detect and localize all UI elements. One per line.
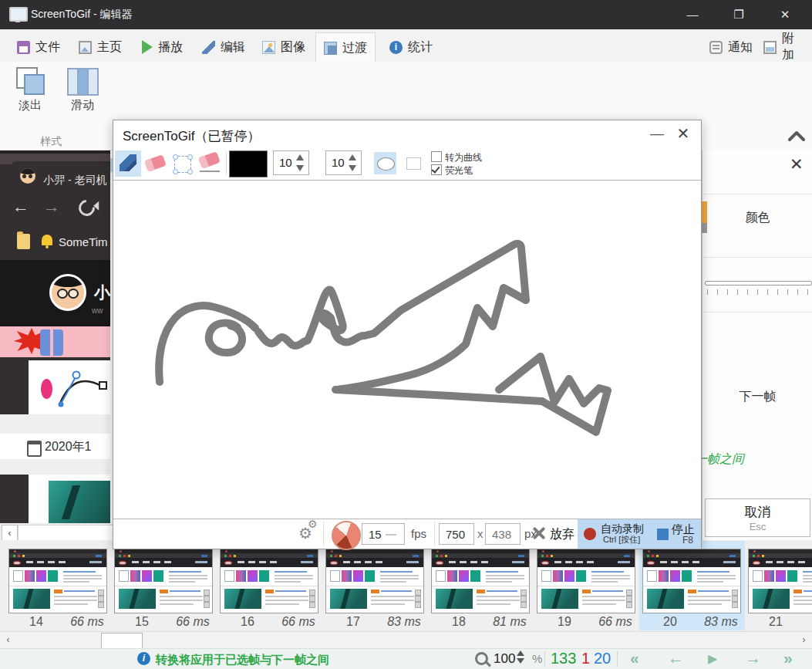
frame-cell[interactable]: 15 66 ms [111, 541, 217, 630]
pencil-tool-button[interactable] [115, 150, 141, 177]
settings-gear-icon[interactable]: ⚙ [298, 524, 312, 542]
tab-transition[interactable]: 过渡 [315, 32, 376, 63]
minimize-button[interactable]: — [675, 0, 710, 29]
ellipse-tip-button[interactable] [374, 152, 396, 174]
frame-strip: 14 66 ms [0, 540, 812, 631]
tab-image[interactable]: 图像 [254, 32, 313, 62]
bookmark-label[interactable]: SomeTim [59, 235, 108, 248]
frame-duration: 66 ms [170, 615, 216, 629]
collapse-ribbon-icon[interactable] [788, 130, 805, 142]
webpage-date-row: 2020年1 [0, 434, 110, 459]
frame-thumbnail[interactable] [8, 549, 107, 613]
recorder-close-button[interactable]: ✕ [672, 122, 695, 145]
frame-cell[interactable]: 20 83 ms [639, 541, 745, 630]
stepper-up-icon[interactable] [296, 154, 304, 160]
status-separator [617, 651, 618, 667]
scroll-left-button[interactable]: ‹ [2, 525, 18, 541]
tab-statistics[interactable]: i 统计 [382, 32, 440, 62]
tab-file[interactable]: 文件 [9, 32, 68, 62]
frame-thumbnail[interactable] [325, 549, 424, 613]
frame-cell[interactable]: 19 66 ms [534, 541, 639, 630]
width-input[interactable]: 750 [439, 523, 474, 545]
height-input[interactable]: 438 [485, 523, 521, 545]
record-stop-zone: 自动录制 Ctrl [按住] 停止 F8 [578, 519, 701, 549]
discard-x-icon[interactable] [531, 526, 545, 540]
fps-input[interactable]: 15 [362, 523, 405, 545]
frame-thumbnail[interactable] [431, 549, 530, 613]
discard-label[interactable]: 放弃 [550, 526, 574, 542]
webpage-card-illustration [29, 360, 110, 414]
recorder-control-bar: ⚙ 15 fps 750 x 438 px 放弃 自动录制 Ctrl [113, 519, 701, 549]
bookmark-bell-icon[interactable] [42, 235, 52, 245]
frame-thumbnail[interactable] [114, 549, 213, 613]
frame-number: 14 [13, 615, 59, 629]
slide-button[interactable]: 滑动 [59, 66, 106, 113]
frame-cell[interactable]: 18 81 ms [428, 541, 534, 630]
fps-slider-dash [386, 534, 396, 536]
zoom-value[interactable]: 100 [494, 651, 515, 667]
strip-scroll-right[interactable]: › [797, 634, 810, 647]
control-separator [323, 522, 324, 546]
frame-thumbnail[interactable] [537, 549, 635, 613]
eraser-tool-icon [144, 154, 167, 172]
pen-height-stepper[interactable]: 10 [325, 150, 362, 175]
frame-cell[interactable]: 14 66 ms [5, 541, 111, 630]
notifications-button[interactable]: 通知 [702, 32, 760, 62]
panel-close-icon[interactable]: ✕ [790, 156, 804, 172]
info-icon: i [389, 41, 403, 54]
frame-cell[interactable]: 16 66 ms [217, 541, 322, 630]
frame-thumbnail[interactable] [220, 549, 318, 613]
tab-home[interactable]: 主页 [71, 32, 130, 62]
strip-scroll-thumb[interactable] [101, 633, 143, 649]
frame-cell[interactable]: 21 8 [745, 541, 812, 630]
tab-edit-label: 编辑 [221, 39, 245, 56]
browser-forward-icon[interactable]: → [43, 198, 60, 215]
fade-button[interactable]: 淡出 [6, 66, 54, 113]
frame-thumbnail[interactable] [642, 549, 741, 613]
tab-edit[interactable]: 编辑 [194, 32, 253, 62]
zoom-stepper[interactable] [517, 650, 524, 664]
color-swatch-black[interactable] [229, 150, 268, 177]
tab-image-label: 图像 [281, 39, 305, 56]
pen-width-stepper[interactable]: 10 [273, 150, 309, 175]
convert-to-curve-checkbox[interactable]: 转为曲线 [431, 151, 482, 164]
cancel-button[interactable]: 取消 Esc [705, 498, 810, 537]
stepper-down-icon[interactable] [349, 165, 356, 171]
nav-next-button[interactable]: → [745, 649, 761, 667]
nav-first-button[interactable]: « [630, 649, 639, 667]
rectangle-tip-button[interactable] [402, 152, 424, 174]
eraser-tool-button[interactable] [143, 150, 169, 177]
erase-all-tool-button[interactable] [197, 150, 223, 177]
nav-previous-button[interactable]: ← [668, 649, 684, 667]
frame-cell[interactable]: 17 83 ms [322, 541, 428, 630]
frame-thumbnail[interactable] [748, 549, 812, 613]
frame-duration: 83 ms [698, 615, 744, 629]
checkbox-unchecked[interactable] [431, 151, 442, 162]
browser-refresh-icon[interactable] [76, 197, 99, 220]
selection-tool-button[interactable] [170, 150, 196, 177]
attach-button[interactable]: 附加 [756, 32, 812, 62]
transition-slider[interactable] [705, 281, 812, 286]
drawing-canvas[interactable] [113, 180, 701, 519]
checkbox-checked[interactable] [431, 164, 442, 175]
play-icon [142, 40, 153, 54]
frame-duration: 8 [804, 615, 812, 629]
stepper-up-icon[interactable] [349, 154, 356, 160]
frame-number: 19 [541, 615, 588, 629]
scroll-track[interactable] [18, 525, 113, 541]
browser-back-icon[interactable]: ← [12, 198, 29, 215]
recorder-minimize-button[interactable]: — [645, 122, 669, 145]
strip-scroll-left[interactable]: ‹ [2, 634, 15, 647]
maximize-button[interactable]: ❐ [721, 0, 756, 29]
bookmark-folder-icon[interactable] [17, 234, 30, 249]
close-button[interactable]: ✕ [767, 0, 803, 29]
frame-number: 15 [119, 615, 165, 629]
highlighter-checkbox[interactable]: 荧光笔 [431, 164, 473, 177]
notification-icon [709, 41, 723, 54]
stepper-down-icon[interactable] [296, 165, 304, 171]
tab-play[interactable]: 播放 [134, 32, 190, 62]
calendar-icon [27, 441, 42, 457]
nav-last-button[interactable]: » [783, 649, 793, 667]
browser-bookmarks-bar: SomeTim [0, 226, 110, 260]
nav-play-button[interactable]: ▶ [708, 651, 717, 666]
